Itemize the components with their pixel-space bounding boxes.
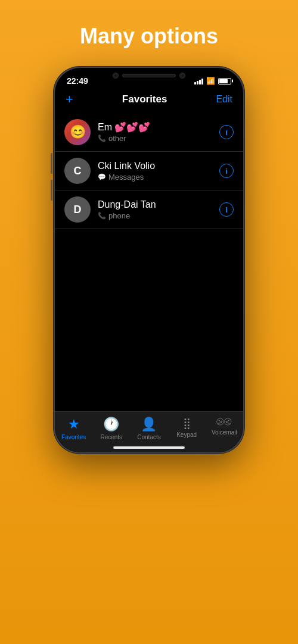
contacts-icon: 👤 <box>141 417 157 432</box>
contact-info-dung: Dung-Dai Tan 📞 phone <box>98 199 219 220</box>
home-indicator <box>113 446 185 449</box>
add-favorite-button[interactable]: + <box>66 93 73 106</box>
contact-list: 😊 Em 💕💕💕 📞 other i C <box>55 113 243 229</box>
avatar-cki: C <box>64 158 91 184</box>
notch-pill <box>122 74 176 77</box>
page-title: Many options <box>80 24 218 49</box>
contact-sub-label-dung: phone <box>108 211 130 220</box>
tab-label-voicemail: Voicemail <box>212 429 237 436</box>
avatar-letter-dung: D <box>74 204 82 216</box>
edit-button[interactable]: Edit <box>216 94 232 105</box>
info-button-cki[interactable]: i <box>219 164 234 178</box>
signal-icon <box>194 77 203 85</box>
front-camera <box>113 73 119 79</box>
phone-screen: 22:49 📶 <box>55 68 243 452</box>
recents-icon: 🕐 <box>103 417 119 432</box>
tab-keypad[interactable]: ⣿ Keypad <box>172 417 201 440</box>
nav-title: Favorites <box>122 93 167 105</box>
signal-bar-1 <box>194 82 196 85</box>
message-sub-icon-cki: 💬 <box>98 173 106 181</box>
notch-cutout <box>110 68 188 85</box>
avatar-letter-cki: C <box>74 165 82 177</box>
battery-fill <box>219 79 228 83</box>
tab-label-recents: Recents <box>100 434 122 440</box>
nav-header: + Favorites Edit <box>55 90 243 113</box>
contact-item-cki[interactable]: C Cki Link Volio 💬 Messages i <box>55 152 243 190</box>
voicemail-icon: ⧁⧀ <box>216 417 232 427</box>
status-icons: 📶 <box>194 77 231 85</box>
contact-item-dung[interactable]: D Dung-Dai Tan 📞 phone i <box>55 190 243 229</box>
contact-name-em: Em 💕💕💕 <box>98 121 219 133</box>
battery-body <box>218 78 231 85</box>
phone-sub-icon-dung: 📞 <box>98 212 106 220</box>
battery-icon <box>218 78 231 85</box>
contact-sub-dung: 📞 phone <box>98 211 219 220</box>
contact-info-em: Em 💕💕💕 📞 other <box>98 121 219 143</box>
tab-voicemail[interactable]: ⧁⧀ Voicemail <box>209 417 239 440</box>
notch-camera <box>113 73 185 79</box>
phone-frame: 22:49 📶 <box>54 67 244 454</box>
avatar-em: 😊 <box>64 119 91 145</box>
contact-sub-em: 📞 other <box>98 134 219 143</box>
keypad-icon: ⣿ <box>183 417 190 430</box>
vol-up-button <box>51 153 52 174</box>
tab-recents[interactable]: 🕐 Recents <box>97 417 126 440</box>
info-button-em[interactable]: i <box>219 125 234 139</box>
contact-sub-label-cki: Messages <box>108 173 144 182</box>
tab-favorites[interactable]: ★ Favorites <box>59 417 89 440</box>
phone-sub-icon-em: 📞 <box>98 135 106 142</box>
contact-info-cki: Cki Link Volio 💬 Messages <box>98 161 219 182</box>
contact-sub-cki: 💬 Messages <box>98 173 219 182</box>
signal-bar-3 <box>199 80 201 85</box>
face-id-dot <box>179 73 185 79</box>
contact-sub-label-em: other <box>108 134 126 143</box>
info-button-dung[interactable]: i <box>219 202 234 217</box>
tab-contacts[interactable]: 👤 Contacts <box>134 417 164 440</box>
tab-label-keypad: Keypad <box>176 432 197 438</box>
status-time: 22:49 <box>67 76 88 86</box>
wifi-icon: 📶 <box>206 77 215 85</box>
vol-down-button <box>51 180 52 201</box>
tab-label-favorites: Favorites <box>61 434 86 440</box>
signal-bar-4 <box>201 79 203 85</box>
favorites-icon: ★ <box>68 417 80 432</box>
phone-mockup: 22:49 📶 <box>54 67 244 454</box>
tab-label-contacts: Contacts <box>137 434 160 440</box>
empty-area <box>55 229 243 396</box>
avatar-em-img: 😊 <box>64 119 91 145</box>
signal-bar-2 <box>197 81 198 85</box>
contact-item-em[interactable]: 😊 Em 💕💕💕 📞 other i <box>55 113 243 152</box>
avatar-dung: D <box>64 196 91 223</box>
contact-name-cki: Cki Link Volio <box>98 161 219 171</box>
contact-name-dung: Dung-Dai Tan <box>98 199 219 210</box>
